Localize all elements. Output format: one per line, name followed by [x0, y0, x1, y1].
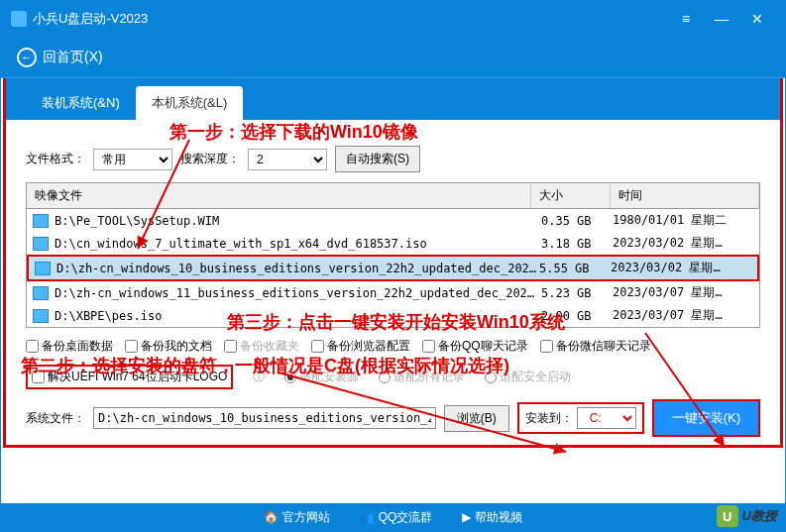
ujiaoshou-icon: U — [717, 505, 738, 527]
menu-button[interactable]: ≡ — [668, 11, 704, 27]
back-label: 回首页(X) — [43, 49, 103, 66]
app-icon — [11, 11, 27, 27]
cb-backup-browser[interactable]: 备份浏览器配置 — [311, 338, 410, 355]
file-time: 2023/03/07 星期… — [613, 307, 753, 324]
install-to-label: 安装到： — [525, 410, 573, 427]
file-size: 2.00 GB — [541, 309, 613, 323]
tab-install-system[interactable]: 装机系统(&N) — [26, 86, 136, 120]
table-row[interactable]: D:\zh-cn_windows_10_business_editions_ve… — [27, 255, 759, 281]
file-name: B:\Pe_TOOL\SysSetup.WIM — [55, 214, 541, 228]
radio-adapt-all[interactable]: 适配所有记录 — [379, 369, 465, 385]
disk-icon — [33, 237, 49, 251]
col-size: 大小 — [531, 183, 611, 208]
auto-search-button[interactable]: 自动搜索(S) — [335, 146, 420, 172]
cb-backup-favorites[interactable]: 备份收藏夹 — [224, 338, 299, 355]
format-select[interactable]: 常用 — [93, 149, 172, 170]
footer-bar: 🏠 官方网站 👥 QQ交流群 ▶ 帮助视频 — [1, 503, 785, 531]
close-button[interactable]: ✕ — [739, 11, 775, 27]
main-panel: 文件格式： 常用 搜索深度： 2 自动搜索(S) 映像文件 大小 时间 B:\P… — [3, 120, 783, 448]
tab-local-system[interactable]: 本机系统(&L) — [136, 86, 244, 120]
footer-link-qq[interactable]: 👥 QQ交流群 — [360, 509, 433, 526]
table-header: 映像文件 大小 时间 — [27, 183, 759, 209]
footer-link-help[interactable]: ▶ 帮助视频 — [462, 509, 522, 526]
install-drive-group: 安装到： C: — [517, 402, 644, 434]
cb-backup-wechat[interactable]: 备份微信聊天记录 — [540, 338, 651, 355]
footer-link-website[interactable]: 🏠 官方网站 — [264, 509, 330, 526]
system-file-input[interactable] — [93, 407, 436, 429]
file-name: D:\cn_windows_7_ultimate_with_sp1_x64_dv… — [55, 237, 541, 251]
tab-bar: 装机系统(&N) 本机系统(&L) — [3, 78, 783, 120]
app-title: 小兵U盘启动-V2023 — [33, 10, 668, 28]
file-size: 5.55 GB — [539, 262, 611, 275]
file-time: 2023/03/02 星期… — [611, 260, 751, 276]
table-row[interactable]: D:\XBPE\pes.iso2.00 GB2023/03/07 星期… — [27, 304, 759, 327]
back-button[interactable]: ← 回首页(X) — [17, 48, 103, 67]
info-icon: ⓘ — [253, 369, 265, 385]
filter-row: 文件格式： 常用 搜索深度： 2 自动搜索(S) — [26, 146, 760, 172]
ujiaoshou-text: U教授 — [742, 507, 777, 525]
cb-backup-qq[interactable]: 备份QQ聊天记录 — [422, 338, 528, 355]
cb-backup-desktop[interactable]: 备份桌面数据 — [26, 338, 113, 355]
titlebar: 小兵U盘启动-V2023 ≡ — ✕ — [1, 1, 785, 37]
file-size: 3.18 GB — [541, 237, 613, 251]
cb-backup-documents[interactable]: 备份我的文档 — [125, 338, 212, 355]
advanced-options-row: 解决UEFI Win7 64位启动卡LOGO ⓘ 适配安装源 适配所有记录 适配… — [26, 365, 760, 389]
file-size: 0.35 GB — [541, 214, 613, 228]
backup-options-row: 备份桌面数据 备份我的文档 备份收藏夹 备份浏览器配置 备份QQ聊天记录 备份微… — [26, 338, 760, 355]
disk-icon — [33, 309, 49, 323]
file-name: D:\XBPE\pes.iso — [55, 309, 541, 323]
image-table: 映像文件 大小 时间 B:\Pe_TOOL\SysSetup.WIM0.35 G… — [26, 182, 760, 328]
cb-uefi-win7[interactable]: 解决UEFI Win7 64位启动卡LOGO — [26, 365, 233, 389]
table-row[interactable]: D:\zh-cn_windows_11_business_editions_ve… — [27, 281, 759, 304]
drive-select[interactable]: C: — [577, 407, 636, 429]
file-time: 2023/03/07 星期… — [613, 284, 753, 301]
install-button[interactable]: 一键安装(K) — [652, 399, 760, 437]
format-label: 文件格式： — [26, 151, 85, 167]
disk-icon — [35, 262, 51, 275]
file-size: 5.23 GB — [541, 286, 613, 300]
browse-button[interactable]: 浏览(B) — [444, 405, 509, 432]
col-file: 映像文件 — [27, 183, 531, 208]
disk-icon — [33, 286, 49, 300]
install-row: 系统文件： 浏览(B) 安装到： C: 一键安装(K) — [26, 399, 760, 437]
col-time: 时间 — [611, 183, 759, 208]
disk-icon — [33, 214, 49, 228]
depth-label: 搜索深度： — [180, 151, 240, 167]
table-row[interactable]: B:\Pe_TOOL\SysSetup.WIM0.35 GB1980/01/01… — [27, 209, 759, 232]
header-bar: ← 回首页(X) — [1, 37, 785, 78]
file-name: D:\zh-cn_windows_10_business_editions_ve… — [56, 262, 539, 275]
file-time: 2023/03/02 星期… — [613, 235, 753, 252]
system-file-label: 系统文件： — [26, 410, 85, 427]
minimize-button[interactable]: — — [704, 11, 739, 27]
watermark-logo: U U教授 — [717, 505, 777, 527]
radio-adapt-source[interactable]: 适配安装源 — [284, 369, 359, 385]
file-name: D:\zh-cn_windows_11_business_editions_ve… — [55, 286, 541, 300]
depth-select[interactable]: 2 — [248, 149, 327, 170]
radio-adapt-secure[interactable]: 适配安全启动 — [485, 369, 571, 385]
table-row[interactable]: D:\cn_windows_7_ultimate_with_sp1_x64_dv… — [27, 232, 759, 255]
back-arrow-icon: ← — [17, 48, 37, 67]
file-time: 1980/01/01 星期二 — [613, 212, 753, 229]
